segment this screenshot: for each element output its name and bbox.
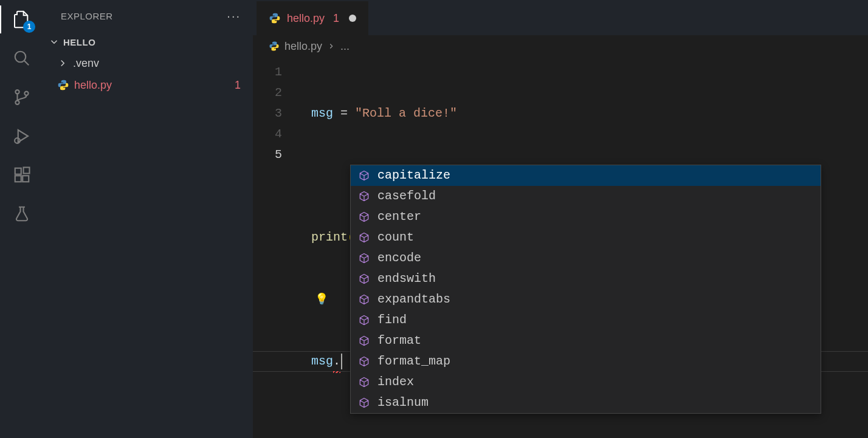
method-icon: [358, 190, 370, 202]
explorer-sidebar: EXPLORER ··· HELLO .venv hello.py 1: [44, 0, 253, 438]
method-icon: [358, 397, 370, 409]
tab-title: hello.py: [287, 12, 325, 25]
python-icon: [57, 79, 69, 91]
explorer-badge: 1: [23, 21, 35, 33]
suggest-item[interactable]: isalnum: [351, 392, 821, 413]
svg-rect-7: [22, 176, 29, 182]
chevron-down-icon: [49, 36, 60, 47]
tree-item-problems: 1: [235, 79, 241, 92]
suggest-item[interactable]: find: [351, 310, 821, 330]
suggest-item[interactable]: encode: [351, 248, 821, 269]
modified-indicator: [349, 15, 356, 22]
method-icon: [358, 252, 370, 264]
breadcrumb[interactable]: hello.py ...: [253, 35, 868, 57]
chevron-right-icon: [57, 58, 68, 69]
svg-point-4: [15, 138, 20, 143]
tab-bar: hello.py 1: [253, 0, 868, 35]
method-icon: [358, 273, 370, 285]
method-icon: [358, 376, 370, 388]
folder-header[interactable]: HELLO: [44, 32, 253, 52]
tree-item-label: .venv: [73, 57, 241, 70]
python-icon: [269, 12, 281, 24]
tree-item-hello[interactable]: hello.py 1: [44, 74, 253, 96]
suggest-item[interactable]: center: [351, 207, 821, 227]
more-icon[interactable]: ···: [227, 9, 241, 23]
suggest-item[interactable]: endswith: [351, 269, 821, 289]
lightbulb-icon[interactable]: 💡: [315, 289, 328, 310]
activity-source-control[interactable]: [11, 86, 33, 108]
suggest-item[interactable]: casefold: [351, 186, 821, 207]
activity-search[interactable]: [11, 47, 33, 69]
tab-problem-count: 1: [333, 12, 339, 25]
tree-item-label: hello.py: [74, 79, 230, 92]
method-icon: [358, 335, 370, 347]
method-icon: [358, 355, 370, 368]
folder-name: HELLO: [63, 37, 95, 47]
activity-run-debug[interactable]: [11, 125, 33, 147]
extensions-icon: [13, 166, 31, 184]
suggest-item[interactable]: format_map: [351, 351, 821, 372]
svg-rect-6: [15, 176, 21, 182]
suggest-item[interactable]: format: [351, 330, 821, 351]
suggest-item[interactable]: count: [351, 227, 821, 248]
beaker-icon: [13, 205, 31, 223]
breadcrumb-rest: ...: [340, 40, 350, 53]
method-icon: [358, 169, 370, 182]
run-debug-icon: [13, 127, 31, 145]
method-icon: [358, 314, 370, 326]
sidebar-title: EXPLORER: [61, 11, 113, 21]
text-cursor: [341, 354, 342, 369]
activity-extensions[interactable]: [11, 164, 33, 186]
suggest-item[interactable]: capitalize: [351, 165, 821, 186]
sidebar-header: EXPLORER ···: [44, 0, 253, 32]
activity-explorer[interactable]: 1: [11, 9, 33, 30]
tree-item-venv[interactable]: .venv: [44, 52, 253, 74]
activity-testing[interactable]: [11, 203, 33, 225]
breadcrumb-file: hello.py: [284, 40, 322, 53]
activity-bar: 1: [0, 0, 44, 438]
source-control-icon: [13, 88, 31, 106]
svg-rect-8: [24, 168, 30, 174]
method-icon: [358, 211, 370, 223]
svg-point-2: [15, 101, 19, 104]
search-icon: [13, 49, 31, 67]
tab-hello[interactable]: hello.py 1: [257, 1, 368, 35]
svg-point-1: [15, 90, 19, 94]
suggest-item[interactable]: expandtabs: [351, 289, 821, 310]
code-editor[interactable]: 1 2 3 4 5 msg = "Roll a dice!" print(msg…: [253, 57, 868, 438]
svg-point-3: [24, 92, 28, 95]
gutter: 1 2 3 4 5: [253, 62, 297, 165]
method-icon: [358, 293, 370, 306]
svg-rect-5: [15, 168, 21, 174]
python-icon: [269, 41, 280, 52]
suggest-item[interactable]: index: [351, 372, 821, 392]
chevron-right-icon: [327, 42, 336, 50]
method-icon: [358, 231, 370, 244]
svg-point-0: [15, 52, 26, 63]
intellisense-popup[interactable]: capitalize casefold center count encode …: [350, 165, 821, 414]
editor-area: hello.py 1 hello.py ... 1 2 3 4 5 msg = …: [253, 0, 868, 438]
